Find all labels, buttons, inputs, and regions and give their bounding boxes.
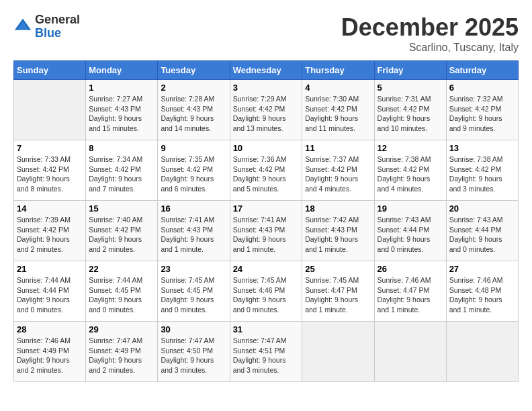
calendar-cell: 5Sunrise: 7:31 AM Sunset: 4:42 PM Daylig… — [374, 80, 446, 140]
calendar-cell: 2Sunrise: 7:28 AM Sunset: 4:43 PM Daylig… — [158, 80, 230, 140]
calendar-cell: 28Sunrise: 7:46 AM Sunset: 4:49 PM Dayli… — [14, 322, 86, 382]
day-info: Sunrise: 7:27 AM Sunset: 4:43 PM Dayligh… — [89, 94, 154, 134]
logo-general-text: General — [35, 13, 80, 27]
day-info: Sunrise: 7:36 AM Sunset: 4:42 PM Dayligh… — [233, 154, 300, 194]
day-info: Sunrise: 7:38 AM Sunset: 4:42 PM Dayligh… — [449, 154, 515, 194]
calendar-week-row: 14Sunrise: 7:39 AM Sunset: 4:42 PM Dayli… — [14, 201, 519, 261]
day-number: 27 — [449, 264, 515, 274]
location-title: Scarlino, Tuscany, Italy — [341, 42, 519, 54]
day-info: Sunrise: 7:46 AM Sunset: 4:47 PM Dayligh… — [378, 275, 443, 315]
calendar-cell: 3Sunrise: 7:29 AM Sunset: 4:42 PM Daylig… — [230, 80, 302, 140]
calendar-cell: 26Sunrise: 7:46 AM Sunset: 4:47 PM Dayli… — [374, 261, 446, 322]
day-number: 14 — [17, 203, 83, 214]
day-number: 9 — [161, 143, 226, 153]
day-info: Sunrise: 7:42 AM Sunset: 4:43 PM Dayligh… — [305, 215, 371, 255]
day-info: Sunrise: 7:31 AM Sunset: 4:42 PM Dayligh… — [378, 94, 443, 134]
day-number: 30 — [161, 324, 226, 334]
day-info: Sunrise: 7:44 AM Sunset: 4:45 PM Dayligh… — [89, 275, 154, 315]
day-number: 4 — [305, 83, 371, 93]
day-number: 7 — [17, 143, 83, 153]
day-number: 21 — [17, 264, 83, 274]
day-info: Sunrise: 7:33 AM Sunset: 4:42 PM Dayligh… — [17, 154, 83, 194]
day-number: 2 — [161, 83, 226, 93]
weekday-header-row: SundayMondayTuesdayWednesdayThursdayFrid… — [14, 61, 519, 80]
day-info: Sunrise: 7:47 AM Sunset: 4:50 PM Dayligh… — [161, 336, 226, 375]
day-info: Sunrise: 7:39 AM Sunset: 4:42 PM Dayligh… — [17, 215, 83, 255]
day-number: 6 — [449, 83, 515, 93]
day-info: Sunrise: 7:37 AM Sunset: 4:42 PM Dayligh… — [305, 154, 371, 194]
calendar-cell: 31Sunrise: 7:47 AM Sunset: 4:51 PM Dayli… — [230, 322, 302, 382]
logo: General Blue — [13, 13, 80, 40]
day-number: 20 — [449, 203, 515, 214]
calendar-cell: 21Sunrise: 7:44 AM Sunset: 4:44 PM Dayli… — [14, 261, 86, 322]
day-number: 28 — [17, 324, 83, 334]
calendar-cell: 25Sunrise: 7:45 AM Sunset: 4:47 PM Dayli… — [302, 261, 374, 322]
calendar-cell: 24Sunrise: 7:45 AM Sunset: 4:46 PM Dayli… — [230, 261, 302, 322]
weekday-header-saturday: Saturday — [446, 61, 518, 80]
calendar-cell: 27Sunrise: 7:46 AM Sunset: 4:48 PM Dayli… — [446, 261, 518, 322]
day-number: 22 — [89, 264, 154, 274]
calendar-cell: 13Sunrise: 7:38 AM Sunset: 4:42 PM Dayli… — [446, 140, 518, 201]
calendar-cell: 16Sunrise: 7:41 AM Sunset: 4:43 PM Dayli… — [158, 201, 230, 261]
day-number: 18 — [305, 203, 371, 214]
day-number: 31 — [233, 324, 300, 334]
day-number: 1 — [89, 83, 154, 93]
weekday-header-sunday: Sunday — [14, 61, 86, 80]
day-info: Sunrise: 7:47 AM Sunset: 4:51 PM Dayligh… — [233, 336, 300, 375]
day-info: Sunrise: 7:43 AM Sunset: 4:44 PM Dayligh… — [378, 215, 443, 255]
calendar-cell: 14Sunrise: 7:39 AM Sunset: 4:42 PM Dayli… — [14, 201, 86, 261]
calendar-cell: 8Sunrise: 7:34 AM Sunset: 4:42 PM Daylig… — [86, 140, 158, 201]
day-number: 25 — [305, 264, 371, 274]
day-info: Sunrise: 7:40 AM Sunset: 4:42 PM Dayligh… — [89, 215, 154, 255]
day-info: Sunrise: 7:45 AM Sunset: 4:46 PM Dayligh… — [233, 275, 300, 315]
weekday-header-thursday: Thursday — [302, 61, 374, 80]
calendar-cell: 19Sunrise: 7:43 AM Sunset: 4:44 PM Dayli… — [374, 201, 446, 261]
day-info: Sunrise: 7:41 AM Sunset: 4:43 PM Dayligh… — [161, 215, 226, 255]
day-number: 5 — [378, 83, 443, 93]
day-number: 15 — [89, 203, 154, 214]
calendar-week-row: 1Sunrise: 7:27 AM Sunset: 4:43 PM Daylig… — [14, 80, 519, 140]
day-number: 17 — [233, 203, 300, 214]
calendar-cell: 22Sunrise: 7:44 AM Sunset: 4:45 PM Dayli… — [86, 261, 158, 322]
page-header: General Blue December 2025 Scarlino, Tus… — [13, 13, 519, 54]
day-number: 23 — [161, 264, 226, 274]
calendar-cell: 4Sunrise: 7:30 AM Sunset: 4:42 PM Daylig… — [302, 80, 374, 140]
day-number: 3 — [233, 83, 300, 93]
weekday-header-tuesday: Tuesday — [158, 61, 230, 80]
day-info: Sunrise: 7:34 AM Sunset: 4:42 PM Dayligh… — [89, 154, 154, 194]
day-info: Sunrise: 7:29 AM Sunset: 4:42 PM Dayligh… — [233, 94, 300, 134]
calendar-week-row: 7Sunrise: 7:33 AM Sunset: 4:42 PM Daylig… — [14, 140, 519, 201]
month-title: December 2025 — [341, 13, 519, 42]
day-number: 8 — [89, 143, 154, 153]
day-number: 11 — [305, 143, 371, 153]
day-info: Sunrise: 7:38 AM Sunset: 4:42 PM Dayligh… — [378, 154, 443, 194]
day-number: 10 — [233, 143, 300, 153]
day-number: 26 — [378, 264, 443, 274]
calendar-cell — [14, 80, 86, 140]
calendar-cell: 18Sunrise: 7:42 AM Sunset: 4:43 PM Dayli… — [302, 201, 374, 261]
day-info: Sunrise: 7:47 AM Sunset: 4:49 PM Dayligh… — [89, 336, 154, 375]
day-info: Sunrise: 7:35 AM Sunset: 4:42 PM Dayligh… — [161, 154, 226, 194]
day-number: 24 — [233, 264, 300, 274]
day-number: 12 — [378, 143, 443, 153]
calendar-cell: 6Sunrise: 7:32 AM Sunset: 4:42 PM Daylig… — [446, 80, 518, 140]
calendar-cell: 7Sunrise: 7:33 AM Sunset: 4:42 PM Daylig… — [14, 140, 86, 201]
title-block: December 2025 Scarlino, Tuscany, Italy — [341, 13, 519, 54]
calendar-cell — [446, 322, 518, 382]
calendar-cell: 15Sunrise: 7:40 AM Sunset: 4:42 PM Dayli… — [86, 201, 158, 261]
logo-icon — [13, 17, 32, 36]
calendar-cell: 30Sunrise: 7:47 AM Sunset: 4:50 PM Dayli… — [158, 322, 230, 382]
calendar-cell: 29Sunrise: 7:47 AM Sunset: 4:49 PM Dayli… — [86, 322, 158, 382]
logo-blue-text: Blue — [35, 27, 80, 40]
calendar-cell: 10Sunrise: 7:36 AM Sunset: 4:42 PM Dayli… — [230, 140, 302, 201]
calendar-cell: 11Sunrise: 7:37 AM Sunset: 4:42 PM Dayli… — [302, 140, 374, 201]
day-number: 16 — [161, 203, 226, 214]
calendar-week-row: 28Sunrise: 7:46 AM Sunset: 4:49 PM Dayli… — [14, 322, 519, 382]
day-number: 29 — [89, 324, 154, 334]
day-info: Sunrise: 7:44 AM Sunset: 4:44 PM Dayligh… — [17, 275, 83, 315]
calendar-cell: 20Sunrise: 7:43 AM Sunset: 4:44 PM Dayli… — [446, 201, 518, 261]
weekday-header-friday: Friday — [374, 61, 446, 80]
day-info: Sunrise: 7:46 AM Sunset: 4:49 PM Dayligh… — [17, 336, 83, 375]
day-info: Sunrise: 7:28 AM Sunset: 4:43 PM Dayligh… — [161, 94, 226, 134]
calendar-cell: 9Sunrise: 7:35 AM Sunset: 4:42 PM Daylig… — [158, 140, 230, 201]
